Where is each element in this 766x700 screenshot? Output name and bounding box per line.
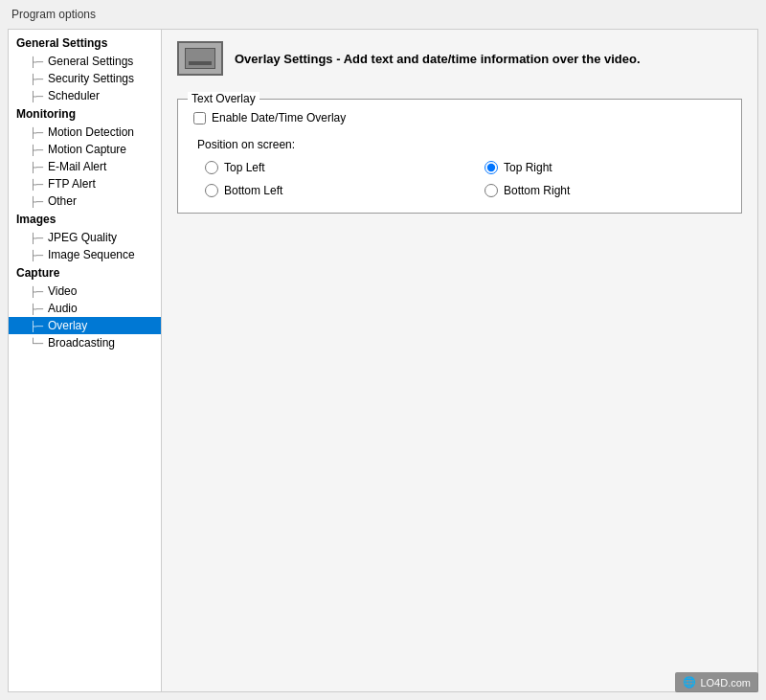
overlay-icon-inner	[185, 48, 215, 69]
sidebar-item-scheduler[interactable]: Scheduler	[9, 87, 161, 104]
sidebar-item-label-motion-detection: Motion Detection	[48, 125, 134, 139]
sidebar-group-images: Images	[9, 210, 161, 229]
sidebar-item-label-motion-capture: Motion Capture	[48, 143, 126, 156]
sidebar-item-ftp-alert[interactable]: FTP Alert	[9, 175, 161, 192]
watermark-text: LO4D.com	[700, 677, 751, 689]
sidebar-item-email-alert[interactable]: E-Mail Alert	[9, 158, 161, 175]
main-panel: Overlay Settings - Add text and date/tim…	[162, 30, 757, 691]
content-area: General SettingsGeneral SettingsSecurity…	[8, 29, 758, 692]
group-box-label: Text Overlay	[188, 92, 259, 105]
sidebar-item-label-security-settings: Security Settings	[48, 72, 134, 85]
sidebar-item-broadcasting[interactable]: Broadcasting	[9, 334, 161, 351]
overlay-icon-bar	[189, 61, 212, 65]
enable-datetime-label[interactable]: Enable Date/Time Overlay	[212, 111, 346, 124]
sidebar-item-label-scheduler: Scheduler	[48, 89, 100, 102]
radio-row-bottom-left: Bottom Left	[205, 184, 446, 197]
watermark: 🌐 LO4D.com	[675, 672, 758, 692]
panel-title: Overlay Settings - Add text and date/tim…	[235, 52, 641, 66]
enable-datetime-row: Enable Date/Time Overlay	[193, 111, 726, 124]
sidebar-item-general-settings[interactable]: General Settings	[9, 53, 161, 70]
radio-bottom-right[interactable]	[484, 184, 498, 197]
sidebar: General SettingsGeneral SettingsSecurity…	[9, 30, 162, 691]
sidebar-item-label-image-sequence: Image Sequence	[48, 248, 135, 261]
window-title: Program options	[11, 8, 96, 21]
sidebar-group-capture: Capture	[9, 263, 161, 282]
radio-label-top-left[interactable]: Top Left	[224, 161, 265, 174]
sidebar-item-security-settings[interactable]: Security Settings	[9, 70, 161, 87]
sidebar-group-general-settings: General Settings	[9, 34, 161, 53]
program-options-window: Program options General SettingsGeneral …	[0, 0, 766, 700]
radio-row-top-left: Top Left	[205, 161, 446, 174]
text-overlay-group: Text Overlay Enable Date/Time Overlay Po…	[177, 99, 742, 214]
sidebar-item-label-audio: Audio	[48, 302, 78, 315]
sidebar-item-jpeg-quality[interactable]: JPEG Quality	[9, 229, 161, 246]
sidebar-group-monitoring: Monitoring	[9, 104, 161, 124]
sidebar-item-audio[interactable]: Audio	[9, 300, 161, 317]
sidebar-item-label-overlay: Overlay	[48, 319, 87, 332]
sidebar-item-label-jpeg-quality: JPEG Quality	[48, 231, 117, 244]
sidebar-item-label-general-settings: General Settings	[48, 55, 133, 68]
sidebar-item-image-sequence[interactable]: Image Sequence	[9, 246, 161, 263]
overlay-icon	[177, 41, 223, 76]
sidebar-item-label-other: Other	[48, 194, 77, 208]
panel-header: Overlay Settings - Add text and date/tim…	[177, 41, 742, 76]
radio-label-bottom-left[interactable]: Bottom Left	[224, 184, 282, 197]
sidebar-item-label-broadcasting: Broadcasting	[48, 336, 115, 350]
sidebar-item-label-ftp-alert: FTP Alert	[48, 177, 96, 191]
sidebar-item-label-email-alert: E-Mail Alert	[48, 160, 106, 173]
sidebar-item-video[interactable]: Video	[9, 282, 161, 300]
radio-top-right[interactable]	[484, 161, 498, 174]
position-label: Position on screen:	[197, 138, 726, 151]
radio-top-left[interactable]	[205, 161, 218, 174]
radio-row-bottom-right: Bottom Right	[484, 184, 726, 197]
radio-label-bottom-right[interactable]: Bottom Right	[504, 184, 570, 197]
radio-grid: Top LeftTop RightBottom LeftBottom Right	[205, 161, 726, 197]
radio-label-top-right[interactable]: Top Right	[504, 161, 552, 174]
sidebar-item-label-video: Video	[48, 284, 77, 298]
radio-row-top-right: Top Right	[484, 161, 726, 174]
title-bar: Program options	[0, 0, 766, 25]
sidebar-item-motion-detection[interactable]: Motion Detection	[9, 124, 161, 141]
watermark-logo: 🌐	[683, 676, 696, 689]
radio-bottom-left[interactable]	[205, 184, 218, 197]
sidebar-item-overlay[interactable]: Overlay	[9, 317, 161, 334]
sidebar-item-motion-capture[interactable]: Motion Capture	[9, 141, 161, 158]
sidebar-item-other[interactable]: Other	[9, 192, 161, 210]
enable-datetime-checkbox[interactable]	[193, 112, 206, 124]
